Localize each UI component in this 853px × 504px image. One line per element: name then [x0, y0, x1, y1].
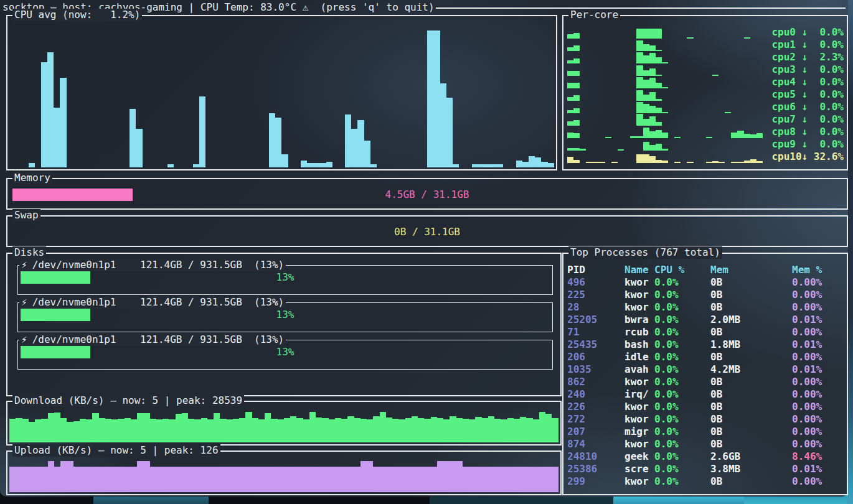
process-name: idle: [624, 351, 654, 363]
download-bar: [245, 412, 252, 442]
spark-bar: [567, 97, 573, 101]
download-bar: [35, 419, 41, 442]
core-row-cpu2: cpu2 ↓ 2.3%: [567, 51, 844, 63]
upload-bar: [520, 467, 526, 492]
disk-usage-percent: 13%: [18, 271, 552, 284]
download-bar: [322, 418, 328, 442]
upload-bar: [150, 467, 156, 492]
process-cpu: 0.0%: [654, 314, 710, 326]
upload-bar: [405, 467, 412, 492]
cpu-avg-bar: [54, 108, 60, 167]
spark-bar: [649, 45, 656, 52]
spark-bar: [656, 144, 662, 151]
upload-bar: [335, 467, 341, 492]
memory-panel: Memory 4.5GB / 31.1GB: [6, 178, 848, 210]
cpu-avg-bar: [491, 164, 497, 167]
spark-bar: [674, 137, 681, 138]
process-pid: 25435: [567, 338, 624, 351]
spark-bar: [573, 71, 580, 76]
upload-bar: [290, 467, 296, 492]
process-name: scre: [624, 463, 654, 475]
upload-bar: [361, 461, 367, 492]
process-mem-pct: 0.00%: [792, 289, 846, 301]
upload-bar: [239, 467, 245, 492]
spark-bar: [567, 157, 573, 163]
upload-bar: [329, 467, 335, 492]
core-row-cpu6: cpu6 ↓ 0.0%: [567, 101, 844, 113]
process-name: avah: [624, 363, 654, 376]
spark-bar: [662, 149, 668, 151]
cpu-avg-bar: [440, 83, 446, 167]
spark-bar: [636, 77, 643, 88]
spark-bar: [567, 60, 573, 63]
download-bar: [456, 418, 463, 442]
upload-bar: [501, 467, 507, 492]
cpu2-sparkline: [567, 52, 763, 63]
upload-bar: [507, 467, 514, 492]
spark-bar: [643, 80, 649, 88]
process-row: 25386scre0.0%3.8MB0.01%: [566, 463, 846, 475]
upload-chart: [9, 459, 558, 492]
cpu7-sparkline: [567, 114, 763, 126]
download-bar: [463, 419, 469, 442]
disk-usage-percent: 13%: [18, 346, 552, 358]
upload-bar: [322, 467, 328, 492]
process-name: kwor: [624, 413, 654, 426]
spark-bar: [636, 40, 643, 51]
spark-bar: [656, 108, 662, 114]
process-pid: 240: [567, 388, 624, 401]
process-mem: 0B: [710, 301, 792, 314]
cpu-avg-bar: [351, 129, 357, 167]
spark-bar: [649, 92, 656, 101]
download-bar: [361, 419, 367, 442]
spark-bar: [750, 159, 756, 163]
upload-bar: [482, 467, 488, 492]
download-bar: [347, 416, 354, 442]
spark-bar: [656, 160, 662, 163]
download-bar: [450, 416, 456, 442]
download-bar: [194, 419, 200, 442]
cpu3-sparkline: [567, 64, 763, 76]
core-row-cpu8: cpu8 ↓ 0.0%: [567, 126, 844, 138]
processes-panel: Top Processes (767 total) PIDNameCPU %Me…: [562, 253, 848, 495]
download-bar: [265, 413, 271, 442]
cpu1-sparkline: [567, 39, 763, 51]
process-cpu: 0.0%: [654, 401, 710, 413]
download-bar: [111, 419, 118, 442]
spark-bar: [643, 44, 649, 51]
process-cpu: 0.0%: [654, 301, 710, 314]
spark-bar: [593, 162, 599, 163]
upload-bar: [207, 467, 214, 492]
spark-bar: [643, 29, 649, 39]
cpu-avg-bar: [130, 109, 136, 167]
upload-bar: [131, 467, 137, 492]
download-bar: [188, 419, 194, 442]
cpu-avg-bar: [319, 163, 326, 167]
spark-bar: [643, 154, 649, 163]
process-pid: 28: [567, 301, 624, 314]
spark-bar: [636, 136, 643, 138]
process-cpu: 0.0%: [654, 426, 710, 438]
process-row: 25205bwra0.0%2.0MB0.01%: [566, 314, 846, 326]
download-bar: [182, 413, 188, 442]
spark-bar: [662, 112, 668, 113]
upload-bar: [9, 467, 16, 492]
spark-bar: [636, 114, 643, 126]
spark-bar: [737, 131, 743, 138]
terminal-window[interactable]: socktop — host: cachyos-gaming | CPU Tem…: [0, 0, 848, 497]
cpu1-label: cpu1 ↓ 0.0%: [766, 39, 844, 51]
process-mem-pct: 0.01%: [792, 338, 846, 351]
process-row: 25435bash0.0%1.8MB0.01%: [566, 338, 846, 351]
process-table: PIDNameCPU %MemMem % 496kwor0.0%0B0.00%2…: [566, 264, 846, 488]
download-bar: [443, 419, 450, 442]
process-pid: 71: [567, 326, 624, 338]
core-row-cpu7: cpu7 ↓ 0.0%: [567, 113, 844, 126]
download-chart: [9, 409, 558, 442]
process-cpu: 0.0%: [654, 463, 710, 475]
disk-entry-title: ⚡/dev/nvme0n1p1 121.4GB / 931.5GB (13%): [19, 334, 286, 346]
process-row: 874kwor0.0%0B0.00%: [566, 438, 846, 450]
download-bar: [125, 418, 131, 442]
spark-bar: [573, 133, 580, 138]
spark-bar: [662, 87, 668, 88]
spark-bar: [656, 130, 662, 138]
